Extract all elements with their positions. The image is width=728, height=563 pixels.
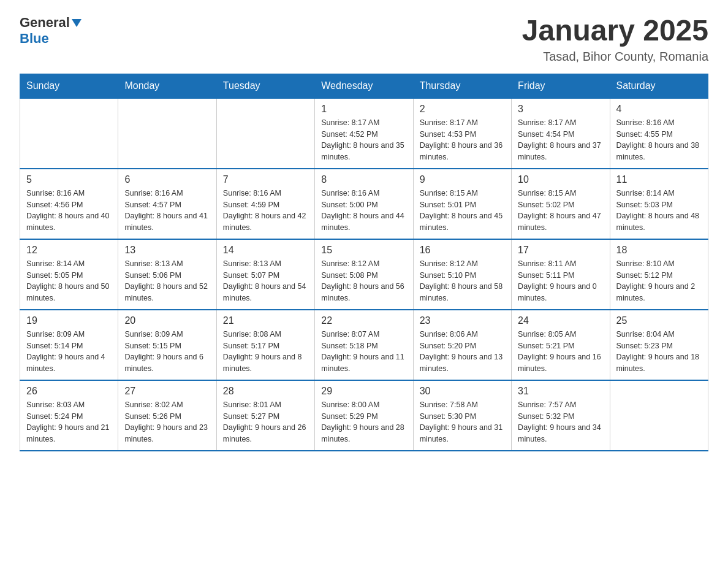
day-number: 22 — [321, 315, 406, 326]
day-number: 25 — [616, 315, 702, 326]
calendar-cell: 9Sunrise: 8:15 AM Sunset: 5:01 PM Daylig… — [413, 169, 511, 239]
day-number: 28 — [223, 386, 308, 397]
calendar-cell: 1Sunrise: 8:17 AM Sunset: 4:52 PM Daylig… — [315, 98, 413, 169]
day-info: Sunrise: 8:03 AM Sunset: 5:24 PM Dayligh… — [26, 399, 112, 445]
day-number: 31 — [518, 386, 603, 397]
calendar-cell: 7Sunrise: 8:16 AM Sunset: 4:59 PM Daylig… — [216, 169, 314, 239]
calendar-cell: 20Sunrise: 8:09 AM Sunset: 5:15 PM Dayli… — [118, 310, 216, 380]
logo-general-text: General — [20, 15, 70, 31]
calendar-day-header: Monday — [118, 74, 216, 98]
day-number: 24 — [518, 315, 603, 326]
calendar-day-header: Tuesday — [216, 74, 314, 98]
day-info: Sunrise: 8:17 AM Sunset: 4:53 PM Dayligh… — [420, 117, 505, 163]
calendar-cell: 18Sunrise: 8:10 AM Sunset: 5:12 PM Dayli… — [610, 239, 708, 310]
day-info: Sunrise: 8:01 AM Sunset: 5:27 PM Dayligh… — [223, 399, 308, 445]
day-number: 26 — [26, 386, 112, 397]
calendar-subtitle: Tasad, Bihor County, Romania — [522, 50, 708, 64]
day-info: Sunrise: 8:02 AM Sunset: 5:26 PM Dayligh… — [124, 399, 210, 445]
day-info: Sunrise: 7:57 AM Sunset: 5:32 PM Dayligh… — [518, 399, 603, 445]
day-info: Sunrise: 8:13 AM Sunset: 5:07 PM Dayligh… — [223, 258, 308, 304]
day-info: Sunrise: 7:58 AM Sunset: 5:30 PM Dayligh… — [420, 399, 505, 445]
logo: General Blue — [20, 15, 82, 47]
calendar-week-row: 12Sunrise: 8:14 AM Sunset: 5:05 PM Dayli… — [20, 239, 708, 310]
calendar-cell: 30Sunrise: 7:58 AM Sunset: 5:30 PM Dayli… — [413, 380, 511, 451]
calendar-week-row: 19Sunrise: 8:09 AM Sunset: 5:14 PM Dayli… — [20, 310, 708, 380]
day-info: Sunrise: 8:06 AM Sunset: 5:20 PM Dayligh… — [420, 329, 505, 375]
day-info: Sunrise: 8:12 AM Sunset: 5:10 PM Dayligh… — [420, 258, 505, 304]
calendar-day-header: Saturday — [610, 74, 708, 98]
calendar-cell: 3Sunrise: 8:17 AM Sunset: 4:54 PM Daylig… — [512, 98, 610, 169]
day-number: 23 — [420, 315, 505, 326]
page-header: General Blue January 2025 Tasad, Bihor C… — [20, 15, 708, 64]
day-number: 11 — [616, 174, 702, 185]
day-number: 1 — [321, 104, 406, 115]
calendar-cell: 25Sunrise: 8:04 AM Sunset: 5:23 PM Dayli… — [610, 310, 708, 380]
day-info: Sunrise: 8:09 AM Sunset: 5:15 PM Dayligh… — [124, 329, 210, 375]
calendar-cell: 26Sunrise: 8:03 AM Sunset: 5:24 PM Dayli… — [20, 380, 118, 451]
day-number: 3 — [518, 104, 603, 115]
title-section: January 2025 Tasad, Bihor County, Romani… — [522, 15, 708, 64]
calendar-cell: 5Sunrise: 8:16 AM Sunset: 4:56 PM Daylig… — [20, 169, 118, 239]
day-info: Sunrise: 8:16 AM Sunset: 5:00 PM Dayligh… — [321, 188, 406, 234]
day-info: Sunrise: 8:17 AM Sunset: 4:54 PM Dayligh… — [518, 117, 603, 163]
day-info: Sunrise: 8:15 AM Sunset: 5:02 PM Dayligh… — [518, 188, 603, 234]
day-number: 8 — [321, 174, 406, 185]
day-number: 15 — [321, 245, 406, 256]
calendar-cell: 11Sunrise: 8:14 AM Sunset: 5:03 PM Dayli… — [610, 169, 708, 239]
day-number: 18 — [616, 245, 702, 256]
day-number: 13 — [124, 245, 210, 256]
day-info: Sunrise: 8:15 AM Sunset: 5:01 PM Dayligh… — [420, 188, 505, 234]
svg-marker-0 — [72, 19, 82, 27]
calendar-cell: 8Sunrise: 8:16 AM Sunset: 5:00 PM Daylig… — [315, 169, 413, 239]
calendar-cell: 29Sunrise: 8:00 AM Sunset: 5:29 PM Dayli… — [315, 380, 413, 451]
calendar-day-header: Sunday — [20, 74, 118, 98]
calendar-table: SundayMondayTuesdayWednesdayThursdayFrid… — [20, 74, 708, 451]
day-number: 21 — [223, 315, 308, 326]
calendar-cell: 28Sunrise: 8:01 AM Sunset: 5:27 PM Dayli… — [216, 380, 314, 451]
calendar-cell — [118, 98, 216, 169]
calendar-day-header: Thursday — [413, 74, 511, 98]
day-info: Sunrise: 8:11 AM Sunset: 5:11 PM Dayligh… — [518, 258, 603, 304]
day-number: 16 — [420, 245, 505, 256]
day-info: Sunrise: 8:16 AM Sunset: 4:55 PM Dayligh… — [616, 117, 702, 163]
calendar-cell: 31Sunrise: 7:57 AM Sunset: 5:32 PM Dayli… — [512, 380, 610, 451]
calendar-cell: 6Sunrise: 8:16 AM Sunset: 4:57 PM Daylig… — [118, 169, 216, 239]
calendar-day-header: Friday — [512, 74, 610, 98]
calendar-header-row: SundayMondayTuesdayWednesdayThursdayFrid… — [20, 74, 708, 98]
day-info: Sunrise: 8:13 AM Sunset: 5:06 PM Dayligh… — [124, 258, 210, 304]
logo-triangle-icon — [72, 18, 82, 29]
day-number: 27 — [124, 386, 210, 397]
day-number: 5 — [26, 174, 112, 185]
day-number: 14 — [223, 245, 308, 256]
day-number: 10 — [518, 174, 603, 185]
day-number: 4 — [616, 104, 702, 115]
calendar-cell: 17Sunrise: 8:11 AM Sunset: 5:11 PM Dayli… — [512, 239, 610, 310]
calendar-title: January 2025 — [522, 15, 708, 47]
calendar-cell — [20, 98, 118, 169]
calendar-day-header: Wednesday — [315, 74, 413, 98]
day-number: 19 — [26, 315, 112, 326]
calendar-cell: 15Sunrise: 8:12 AM Sunset: 5:08 PM Dayli… — [315, 239, 413, 310]
day-info: Sunrise: 8:05 AM Sunset: 5:21 PM Dayligh… — [518, 329, 603, 375]
calendar-cell: 4Sunrise: 8:16 AM Sunset: 4:55 PM Daylig… — [610, 98, 708, 169]
calendar-cell: 16Sunrise: 8:12 AM Sunset: 5:10 PM Dayli… — [413, 239, 511, 310]
calendar-week-row: 5Sunrise: 8:16 AM Sunset: 4:56 PM Daylig… — [20, 169, 708, 239]
day-number: 20 — [124, 315, 210, 326]
day-info: Sunrise: 8:16 AM Sunset: 4:56 PM Dayligh… — [26, 188, 112, 234]
calendar-cell: 27Sunrise: 8:02 AM Sunset: 5:26 PM Dayli… — [118, 380, 216, 451]
day-number: 2 — [420, 104, 505, 115]
day-info: Sunrise: 8:14 AM Sunset: 5:03 PM Dayligh… — [616, 188, 702, 234]
calendar-cell: 24Sunrise: 8:05 AM Sunset: 5:21 PM Dayli… — [512, 310, 610, 380]
day-info: Sunrise: 8:04 AM Sunset: 5:23 PM Dayligh… — [616, 329, 702, 375]
calendar-cell: 22Sunrise: 8:07 AM Sunset: 5:18 PM Dayli… — [315, 310, 413, 380]
day-info: Sunrise: 8:09 AM Sunset: 5:14 PM Dayligh… — [26, 329, 112, 375]
calendar-cell — [610, 380, 708, 451]
logo-blue-text: Blue — [20, 31, 49, 47]
day-info: Sunrise: 8:17 AM Sunset: 4:52 PM Dayligh… — [321, 117, 406, 163]
day-info: Sunrise: 8:07 AM Sunset: 5:18 PM Dayligh… — [321, 329, 406, 375]
day-number: 9 — [420, 174, 505, 185]
day-info: Sunrise: 8:16 AM Sunset: 4:57 PM Dayligh… — [124, 188, 210, 234]
day-number: 12 — [26, 245, 112, 256]
calendar-cell: 19Sunrise: 8:09 AM Sunset: 5:14 PM Dayli… — [20, 310, 118, 380]
day-info: Sunrise: 8:12 AM Sunset: 5:08 PM Dayligh… — [321, 258, 406, 304]
